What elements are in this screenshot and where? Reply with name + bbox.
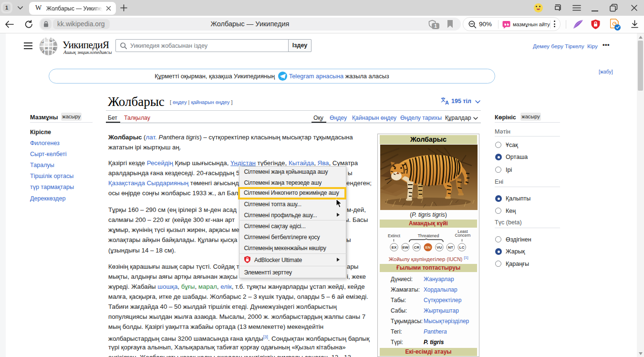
svg-text:LC: LC (459, 245, 465, 250)
svg-text:Ω: Ω (42, 40, 44, 44)
svg-text:EN: EN (426, 245, 431, 250)
svg-text:ん: ん (52, 47, 56, 51)
svg-text:A: A (445, 100, 449, 105)
svg-text:VU: VU (436, 245, 442, 250)
svg-text:EX: EX (392, 245, 397, 250)
svg-text:И: И (45, 46, 48, 50)
svg-text:CR: CR (414, 245, 420, 250)
svg-text:W: W (50, 39, 53, 43)
svg-text:ي: ي (42, 49, 45, 52)
svg-text:NT: NT (448, 245, 453, 250)
svg-text:EW: EW (402, 245, 408, 250)
